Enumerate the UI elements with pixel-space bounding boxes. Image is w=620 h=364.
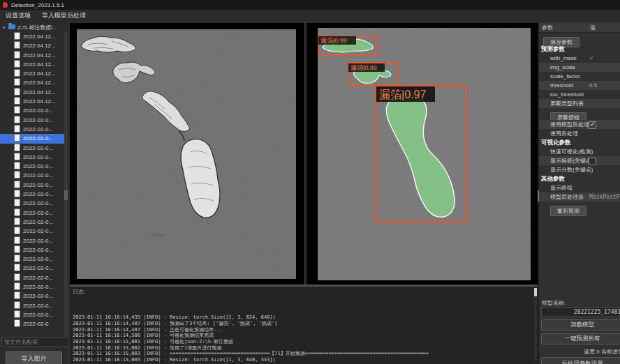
load-model-button[interactable]: 加载模型 — [541, 319, 620, 331]
tree-file-label: 2022.04.12... — [23, 79, 56, 86]
tree-file-label: 2022.04.12... — [23, 98, 56, 105]
param-row-iou-threshold[interactable]: iou_threshold — [539, 90, 620, 99]
tree-scrollbar-thumb[interactable] — [64, 190, 68, 200]
file-icon — [14, 273, 20, 281]
param-row-img-scale[interactable]: img_scale — [539, 63, 620, 72]
tree-file-item[interactable]: 2022.04.12... — [0, 78, 64, 87]
file-icon — [14, 199, 20, 206]
param-row-show-labels[interactable]: 显示标签(关键点) — [539, 156, 620, 165]
tree-file-item[interactable]: 2022-02-0... — [0, 134, 64, 143]
tree-file-item[interactable]: 2022-02-0... — [0, 301, 64, 310]
tree-file-item[interactable]: 2022-02-0... — [0, 264, 64, 273]
file-icon — [14, 32, 20, 40]
tree-file-label: 2022.04.12... — [23, 43, 56, 49]
menu-settings[interactable]: 设置选项 — [0, 11, 36, 20]
model-name-field[interactable]: 20221225_174813 — [541, 307, 620, 317]
tree-file-item[interactable]: 2022-02-0... — [0, 208, 64, 218]
tree-file-item[interactable]: 2022-02-0... — [0, 236, 64, 245]
tree-file-item[interactable]: 2022-02-0... — [0, 282, 64, 291]
tree-scrollbar[interactable] — [64, 32, 68, 336]
tree-file-item[interactable]: 2022-02-0... — [0, 273, 64, 282]
file-icon — [14, 69, 20, 77]
tree-root-folder[interactable]: Z:/5-标注数据/... — [0, 23, 68, 32]
section-visualization-params: 可视化参数 — [539, 138, 620, 147]
tree-file-item[interactable]: 2022-02-0... — [0, 125, 64, 134]
tree-file-item[interactable]: 2022.04.12... — [0, 97, 64, 106]
expand-arrow-icon[interactable] — [3, 23, 8, 32]
tree-file-item[interactable]: 2022.04.12... — [0, 41, 64, 50]
tree-file-item[interactable]: 2022.04.12... — [0, 60, 64, 69]
menu-import-model-postprocess[interactable]: 导入模型后处理 — [36, 11, 91, 20]
app-icon — [3, 2, 8, 8]
detection-label: 漏箔|0.97 — [379, 89, 426, 100]
filename-search-input[interactable] — [1, 337, 68, 347]
log-line: 2023-01-11 16:16:14,435 |INFO| - Resize:… — [73, 314, 532, 321]
show-labels-checkbox[interactable] — [589, 158, 596, 165]
prediction-image-panel: 漏箔|0.99 漏箔|0.89 漏箔|0.97 — [307, 23, 538, 286]
tree-file-item[interactable]: 2022-02-0... — [0, 227, 64, 236]
with-mask-check[interactable]: ✓ — [589, 54, 594, 63]
file-icon — [14, 162, 20, 169]
param-row-fast-visualize[interactable]: 快速可视化(检测) — [539, 147, 620, 156]
section-predict-params: 预测参数 — [539, 45, 620, 54]
tree-file-item[interactable]: 2022-02-0... — [0, 255, 64, 264]
log-title: 日志: — [73, 288, 85, 296]
tree-file-item[interactable]: 2022-02-0... — [0, 199, 64, 208]
tree-file-item[interactable]: 2022-02-0... — [0, 106, 64, 115]
detection-label: 漏箔|0.89 — [350, 64, 377, 71]
use-model-postprocess-checkbox[interactable] — [589, 121, 596, 129]
file-tree-panel: Z:/5-标注数据/... 2022.04.12... 2022.04.12..… — [0, 21, 68, 364]
tree-file-item[interactable]: 2022-02-0... — [0, 153, 64, 162]
file-icon — [14, 291, 20, 299]
param-row-with-mask[interactable]: with_mask✓ — [539, 54, 620, 63]
tree-file-item[interactable]: 2022-02-0... — [0, 310, 64, 319]
tree-file-item[interactable]: 2022-02-0... — [0, 190, 64, 199]
param-row-show-scores[interactable]: 显示分数(关键点) — [539, 165, 620, 174]
param-row-mask-type-list[interactable]: 屏蔽类型列表 — [539, 99, 620, 108]
param-row-threshold[interactable]: threshold0.5 — [539, 81, 620, 90]
re-predict-button[interactable]: 重新预测 — [550, 206, 586, 216]
tree-file-label: 2022-02-0... — [23, 293, 53, 299]
param-column-header: 参数 — [542, 24, 553, 31]
tree-file-label: 2022-02-0... — [23, 145, 53, 151]
tree-file-item[interactable]: 2022-02-0... — [0, 181, 64, 190]
import-images-button[interactable]: 导入图片 — [6, 351, 62, 364]
menubar: 设置选项 导入模型后处理 — [0, 10, 620, 21]
tree-file-item[interactable]: 2022-02-0... — [0, 116, 64, 125]
log-lines: 2023-01-11 16:16:14,435 |INFO| - Resize:… — [73, 296, 532, 364]
tree-file-item[interactable]: 2022.04.12... — [0, 32, 64, 41]
tree-file-item[interactable]: 2022-02-0... — [0, 144, 64, 153]
param-row-show-terminal[interactable]: 显示终端 — [539, 183, 620, 192]
tree-file-item[interactable]: 2022.04.12... — [0, 69, 64, 78]
tree-file-label: 2022-02-0... — [23, 126, 53, 132]
source-image-panel — [70, 23, 304, 286]
tree-file-item[interactable]: 2022-02-0... — [0, 218, 64, 227]
tree-file-label: 2022-02-0... — [23, 275, 53, 281]
tree-file-item[interactable]: 2022-02-0... — [0, 245, 64, 255]
file-icon — [14, 264, 20, 271]
tree-file-label: 2022-02-0... — [23, 135, 53, 142]
threshold-value[interactable]: 0.5 — [589, 81, 597, 90]
predict-all-button[interactable]: 一键预测所有 — [541, 333, 620, 344]
log-scrollbar[interactable] — [534, 288, 537, 362]
param-row-use-postprocess[interactable]: 使用后处理 — [539, 129, 620, 138]
tree-file-item[interactable]: 2022-02-0... — [0, 162, 64, 171]
tree-root-label: Z:/5-标注数据/... — [17, 24, 57, 31]
tree-file-label: 2022-02-0... — [23, 228, 53, 234]
tree-file-item[interactable]: 2022.04.12... — [0, 88, 64, 97]
param-row-use-model-postprocess[interactable]: 使用模型后处理 — [539, 120, 620, 129]
tree-file-label: 2022-02-0... — [23, 200, 53, 206]
model-postprocessor-value[interactable]: MaskPostPro — [589, 192, 620, 202]
tree-file-label: 2022-02-0... — [23, 154, 53, 160]
tree-file-item[interactable]: 2022-02-0... — [0, 291, 64, 301]
log-scrollbar-thumb[interactable] — [534, 288, 537, 296]
tree-file-item[interactable]: 2022.04.12... — [0, 51, 64, 60]
file-icon — [14, 125, 20, 132]
param-row-model-postprocessor[interactable]: 模型后处理器MaskPostPro — [539, 192, 620, 202]
param-row-scale-factor[interactable]: scale_factor — [539, 72, 620, 81]
log-line: 2023-01-11 16:16:14,506 |INFO| - 可视化预测结果… — [73, 333, 532, 339]
tree-file-item[interactable]: 2022-02-0 — [0, 319, 64, 328]
postprocess-params-button[interactable]: 后处理参数设置 — [541, 357, 620, 364]
tree-file-item[interactable]: 2022-02-0... — [0, 171, 64, 180]
file-icon — [14, 236, 20, 244]
